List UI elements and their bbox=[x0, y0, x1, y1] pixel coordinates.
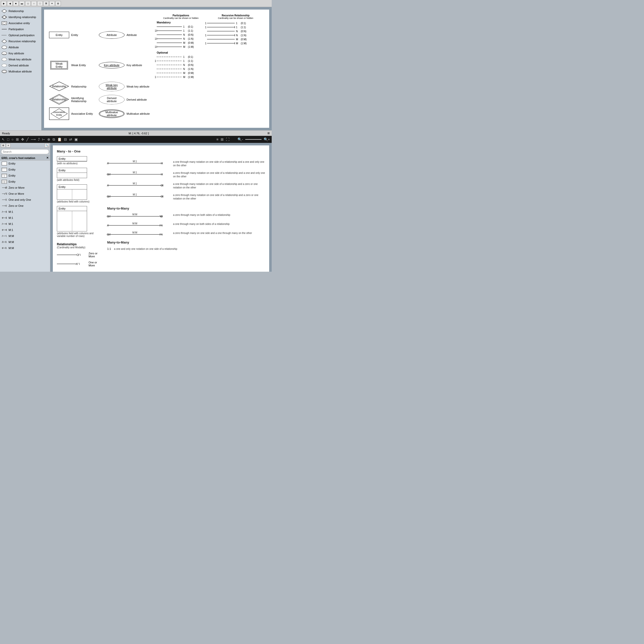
sidebar-item-multivalue-attr[interactable]: Multivalue attribute bbox=[0, 68, 41, 74]
entity-cols-3 bbox=[57, 189, 87, 199]
svg-text:1: 1 bbox=[236, 26, 237, 29]
mm2-rel: 1:1 a one and only one notation on one s… bbox=[107, 247, 265, 251]
entity-box-4: Entity bbox=[57, 206, 87, 231]
toolbar-btn-4[interactable]: ▬ bbox=[19, 1, 25, 6]
svg-text:M:1: M:1 bbox=[133, 171, 137, 174]
svg-line-134 bbox=[77, 263, 78, 265]
multivalue-attr-label: Multivalue attribute bbox=[126, 106, 156, 121]
opt-row-4: N (1:N) bbox=[157, 67, 205, 71]
sidebar-item-recursive[interactable]: Recursive relationship bbox=[0, 38, 41, 44]
one-more-icon bbox=[2, 191, 7, 196]
toolbar-btn-3[interactable]: ■ bbox=[13, 1, 19, 6]
sidebar-item-m1-4[interactable]: M:1 bbox=[0, 227, 50, 233]
position-display: M: [ 4.76, -0.62 ] bbox=[129, 132, 149, 135]
sidebar-item-weak-key-attr[interactable]: Weak key attribute bbox=[0, 56, 41, 62]
panel-close[interactable]: ✕ bbox=[46, 156, 49, 159]
mini-btn-1[interactable]: ⊞ bbox=[1, 143, 6, 147]
sidebar-item-attribute[interactable]: Attribute bbox=[0, 44, 41, 50]
tb-fullscreen[interactable]: ⛶ bbox=[225, 137, 230, 141]
sidebar-item-m1-3[interactable]: M:1 bbox=[0, 221, 50, 227]
tb-zoom-in[interactable]: 🔍+ bbox=[263, 137, 271, 141]
entity-subtitle-2: (with attributes field) bbox=[57, 179, 102, 181]
svg-rect-74 bbox=[2, 168, 7, 171]
opt-row-6: 1M (1:M) bbox=[157, 75, 205, 79]
m1-rel-1-diagram: M:1 bbox=[107, 160, 170, 166]
participations-sub: Cardinality can be shown or hidden bbox=[157, 17, 205, 19]
mm-icon-3 bbox=[2, 246, 7, 250]
tb-rect[interactable]: □ bbox=[6, 137, 10, 141]
sidebar-item-zero-one[interactable]: Zero or One bbox=[0, 203, 50, 209]
sidebar-item-entity-4[interactable]: Entity bbox=[0, 179, 50, 185]
sidebar-item-associative[interactable]: Associative entity bbox=[0, 20, 41, 26]
tb-line[interactable]: ╱ bbox=[26, 137, 29, 141]
tb-add[interactable]: ⊕ bbox=[47, 137, 51, 141]
sidebar-item-entity-3[interactable]: Entity bbox=[0, 173, 50, 179]
rec-row-1: 11 (0:1) bbox=[207, 21, 264, 25]
toolbar-btn-9[interactable]: ✦ bbox=[49, 1, 55, 6]
sidebar-item-one-more[interactable]: One or More bbox=[0, 191, 50, 197]
sidebar-item-entity-2[interactable]: Entity bbox=[0, 167, 50, 173]
search-input[interactable] bbox=[1, 149, 49, 154]
tb-copy[interactable]: ⧉ bbox=[52, 137, 56, 142]
sidebar-top: Relationship Identifying relationship As… bbox=[0, 7, 42, 130]
tb-zoom-out[interactable]: 🔍- bbox=[237, 137, 244, 141]
m1-rel-3-diagram: M:1 bbox=[107, 182, 170, 188]
m1-desc-3: a one through many notation on one side … bbox=[173, 182, 265, 189]
sidebar-item-derived-attr[interactable]: Derived attribute bbox=[0, 62, 41, 68]
ellipse-icon bbox=[2, 45, 7, 50]
tb-align[interactable]: ⊟ bbox=[63, 137, 68, 141]
tb-cursor[interactable]: ↖ bbox=[1, 137, 6, 141]
toolbar-btn-6[interactable]: ○ bbox=[31, 1, 37, 6]
tb-table[interactable]: ⊞ bbox=[15, 137, 20, 141]
svg-text:1: 1 bbox=[155, 29, 156, 32]
svg-text:1: 1 bbox=[205, 22, 207, 25]
sidebar-item-mm-2[interactable]: M:M bbox=[0, 239, 50, 245]
mm-rel-1: M:M a zero through many on both sides of… bbox=[107, 213, 265, 219]
tb-zoom-menu[interactable]: ≡ bbox=[216, 137, 219, 141]
weak-key-shape: Weak key attribute bbox=[99, 82, 125, 91]
tb-ellipse[interactable]: ○ bbox=[11, 137, 14, 141]
sidebar-item-one-only[interactable]: One and only One bbox=[0, 197, 50, 203]
svg-point-11 bbox=[2, 58, 7, 61]
toolbar-btn-7[interactable]: □ bbox=[37, 1, 43, 6]
sidebar-item-mm-3[interactable]: M:M bbox=[0, 245, 50, 251]
sidebar-item-participation[interactable]: Participation bbox=[0, 26, 41, 32]
svg-text:N: N bbox=[236, 34, 238, 37]
sidebar-item-entity-1[interactable]: Entity bbox=[0, 160, 50, 167]
entity-box-1: Entity bbox=[57, 156, 87, 162]
svg-text:M: M bbox=[183, 42, 185, 44]
zero-or-more-label: Zero or More bbox=[89, 252, 102, 258]
opt-row-5: M (0:M) bbox=[157, 71, 205, 75]
sidebar-item-zero-more[interactable]: Zero or More bbox=[0, 185, 50, 191]
tb-ortho[interactable]: ⊢ bbox=[41, 137, 46, 141]
sidebar-item-m1-2[interactable]: M:1 bbox=[0, 215, 50, 221]
zero-one-icon bbox=[2, 204, 7, 208]
tb-zoom-slider[interactable]: ━━━━━━━━ bbox=[245, 137, 262, 141]
tb-flip[interactable]: ⇄ bbox=[68, 137, 73, 141]
svg-text:M:M: M:M bbox=[132, 213, 137, 216]
tb-bend[interactable]: ⤴ bbox=[37, 137, 41, 141]
toolbar-btn-8[interactable]: ⌘ bbox=[43, 1, 49, 6]
associative-entity-label: Associative Entity bbox=[70, 106, 98, 121]
tb-cursor2[interactable]: ✥ bbox=[20, 137, 25, 141]
tb-connect[interactable]: ⟶ bbox=[30, 137, 36, 141]
toolbar-btn-1[interactable]: ▶ bbox=[1, 1, 7, 6]
sidebar-item-relationship[interactable]: Relationship bbox=[0, 8, 41, 14]
mini-btn-2[interactable]: ≡ bbox=[6, 143, 11, 147]
tb-fit[interactable]: ⊞ bbox=[220, 137, 224, 141]
sidebar-item-identifying-rel[interactable]: Identifying relationship bbox=[0, 14, 41, 20]
tb-paste[interactable]: 📋 bbox=[57, 137, 62, 141]
sidebar-item-optional-part[interactable]: Optional participation bbox=[0, 32, 41, 38]
sidebar-item-mm-1[interactable]: M:M bbox=[0, 233, 50, 239]
sidebar-item-key-attr[interactable]: Key attribute bbox=[0, 50, 41, 56]
toolbar-btn-5[interactable]: ◇ bbox=[25, 1, 31, 6]
mini-btn-search[interactable]: 🔍 bbox=[45, 143, 49, 147]
entity-box-3: Entity bbox=[57, 184, 87, 200]
sidebar-item-m1-1[interactable]: M:1 bbox=[0, 209, 50, 215]
section-many-to-one: Many - to - One bbox=[57, 149, 265, 153]
entity-title-4: Entity bbox=[57, 206, 87, 211]
toolbar-btn-2[interactable]: ◀ bbox=[7, 1, 13, 6]
svg-text:Relationship: Relationship bbox=[52, 98, 66, 101]
tb-group[interactable]: ▣ bbox=[74, 137, 78, 141]
toolbar-btn-10[interactable]: ⊞ bbox=[55, 1, 61, 6]
